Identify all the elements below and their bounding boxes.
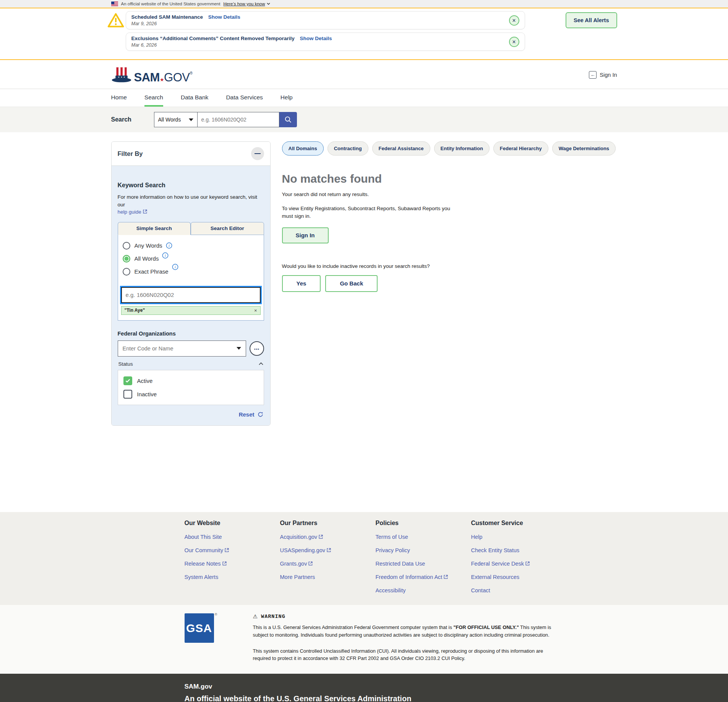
check-icon [125,379,130,383]
include-inactive-question: Would you like to include inactive recor… [282,263,617,269]
chevron-down-icon [267,3,270,5]
go-back-button[interactable]: Go Back [325,275,378,292]
footer-link-accessibility[interactable]: Accessibility [376,587,471,593]
nav-item-data-services[interactable]: Data Services [226,89,263,107]
status-options-box: Active Inactive [118,370,264,405]
warning-heading: ⚠ WARNING [253,613,555,619]
no-matches-heading: No matches found [282,172,617,185]
close-alert-button[interactable]: × [509,37,519,47]
heres-how-you-know-link[interactable]: Here’s how you know [223,2,270,6]
footer-column-title: Our Website [185,520,280,527]
brand-wordmark: SAM★GOV® [134,71,193,83]
checkbox-active[interactable]: Active [123,376,258,385]
warning-paragraph-2: This system contains Controlled Unclassi… [253,647,555,663]
show-details-link[interactable]: Show Details [300,36,332,41]
site-header: SAM★GOV® ← Sign In [0,60,728,83]
footer-link-federal-service-desk[interactable]: Federal Service Desk [471,561,567,567]
footer-link-system-alerts[interactable]: System Alerts [185,574,280,580]
domain-tab-federal-assistance[interactable]: Federal Assistance [372,141,430,156]
remove-chip-button[interactable]: × [254,308,257,313]
domain-tab-wage-determinations[interactable]: Wage Determinations [552,141,616,156]
warning-block: ⚠ WARNING This is a U.S. General Service… [253,613,555,662]
search-mode-select[interactable]: All Words [154,112,198,127]
footer-link-grants-gov[interactable]: Grants.gov [280,561,376,567]
filter-panel: Filter By Keyword Search For more inform… [111,141,271,426]
footer-column-title: Customer Service [471,520,567,527]
checkbox-inactive[interactable]: Inactive [123,390,258,399]
footer-site-name: SAM.gov [185,683,617,691]
external-link-icon [319,535,323,539]
top-search-input[interactable] [198,112,279,127]
nav-item-help[interactable]: Help [280,89,293,107]
footer-column-title: Our Partners [280,520,376,527]
keyword-search-input[interactable] [121,287,261,303]
footer-tagline: An official website of the U.S. General … [185,694,617,702]
uncle-sam-hat-icon [111,66,132,83]
external-link-icon [327,548,331,552]
footer-link-help[interactable]: Help [471,534,567,540]
refresh-icon [258,412,263,417]
footer-link-contact[interactable]: Contact [471,587,567,593]
collapse-filters-button[interactable] [251,147,264,160]
footer-link-privacy-policy[interactable]: Privacy Policy [376,547,471,553]
help-guide-link[interactable]: help guide [118,209,147,215]
domain-tab-contracting[interactable]: Contracting [328,141,368,156]
reset-filters[interactable]: Reset [118,411,263,418]
footer-column-our-website: Our Website About This Site Our Communit… [185,520,280,593]
warning-triangle-icon: ⚠ [253,613,258,619]
info-icon[interactable] [172,264,178,270]
footer-link-our-community[interactable]: Our Community [185,547,280,553]
nav-item-data-bank[interactable]: Data Bank [181,89,208,107]
nav-item-home[interactable]: Home [111,89,127,107]
footer-link-restricted-data-use[interactable]: Restricted Data Use [376,561,471,567]
info-icon[interactable] [166,242,172,249]
banner-text: An official website of the United States… [121,2,221,6]
domain-tab-federal-hierarchy[interactable]: Federal Hierarchy [493,141,548,156]
no-results-subtitle: Your search did not return any results. [282,191,617,197]
sign-in-button[interactable]: Sign In [282,227,329,243]
checkbox-unchecked [123,390,132,399]
top-search-band: Search All Words [0,107,728,132]
alerts-section: Scheduled SAM Maintenance Show Details M… [0,8,728,60]
footer-link-about-this-site[interactable]: About This Site [185,534,280,540]
more-options-button[interactable]: ... [250,341,264,356]
domain-tab-entity-information[interactable]: Entity Information [434,141,490,156]
alert-exclusions: Exclusions “Additional Comments” Content… [126,32,525,51]
search-submit-button[interactable] [279,112,297,127]
keyword-search-title: Keyword Search [118,182,264,189]
footer-link-check-entity-status[interactable]: Check Entity Status [471,547,567,553]
tab-simple-search[interactable]: Simple Search [118,222,191,235]
dark-footer: SAM.gov An official website of the U.S. … [0,674,728,702]
status-section-toggle[interactable]: Status [118,361,263,367]
yes-button[interactable]: Yes [282,275,321,292]
search-icon [284,116,292,123]
sam-gov-logo[interactable]: SAM★GOV® [111,66,193,83]
sign-in-link[interactable]: ← Sign In [589,71,617,79]
footer-link-more-partners[interactable]: More Partners [280,574,376,580]
footer-column-our-partners: Our Partners Acquisition.gov USASpending… [280,520,376,593]
chevron-up-icon [259,362,263,365]
warning-triangle-icon [107,12,124,28]
radio-exact-phrase[interactable]: Exact Phrase [123,268,261,276]
domain-tab-all-domains[interactable]: All Domains [282,141,324,156]
footer-link-usaspending-gov[interactable]: USASpending.gov [280,547,376,553]
footer-link-external-resources[interactable]: External Resources [471,574,567,580]
footer-link-release-notes[interactable]: Release Notes [185,561,280,567]
radio-all-words[interactable]: All Words [123,255,261,263]
caret-down-icon [189,118,193,121]
alert-date: Mar 9, 2026 [131,21,509,26]
close-alert-button[interactable]: × [509,15,519,26]
federal-organizations-select[interactable]: Enter Code or Name [118,340,246,357]
footer-link-foia[interactable]: Freedom of Information Act [376,574,471,580]
footer-link-terms-of-use[interactable]: Terms of Use [376,534,471,540]
alert-title: Scheduled SAM Maintenance [131,14,203,20]
footer-link-acquisition-gov[interactable]: Acquisition.gov [280,534,376,540]
main-content: Filter By Keyword Search For more inform… [0,132,728,512]
see-all-alerts-button[interactable]: See All Alerts [566,12,617,28]
info-icon[interactable] [162,252,169,259]
radio-any-words[interactable]: Any Words [123,242,261,250]
external-link-icon [143,209,147,214]
tab-search-editor[interactable]: Search Editor [191,222,264,235]
nav-item-search[interactable]: Search [144,89,163,107]
show-details-link[interactable]: Show Details [208,14,240,20]
